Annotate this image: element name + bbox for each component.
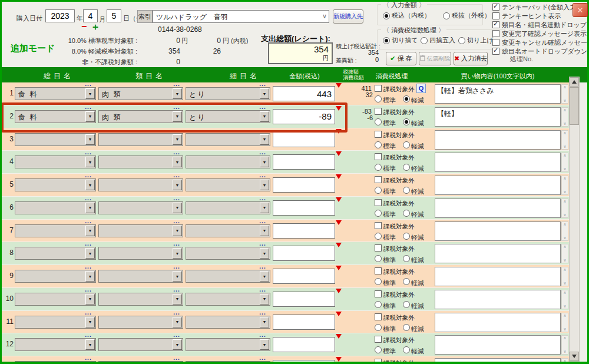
- memo-scrollbar[interactable]: ∧ ∨: [561, 313, 568, 332]
- category2-dropdown[interactable]: ▼: [98, 293, 183, 306]
- vendor-combobox[interactable]: ツルハドラッグ 音羽 ∨: [153, 10, 329, 23]
- chevron-down-icon[interactable]: ▼: [173, 111, 182, 122]
- cat2-options-button[interactable]: ...: [165, 219, 188, 224]
- arrow-down-icon[interactable]: ∨: [563, 281, 566, 286]
- cat1-options-button[interactable]: ...: [77, 82, 100, 87]
- amount-input[interactable]: [273, 269, 335, 284]
- tax-exempt-checkbox[interactable]: [375, 176, 382, 183]
- scroll-up-button[interactable]: [570, 77, 579, 87]
- save-button[interactable]: ✔ 保 存: [386, 52, 416, 65]
- delete-slip-button[interactable]: 伝票削除: [419, 52, 451, 65]
- cat3-options-button[interactable]: ...: [251, 104, 274, 110]
- cat1-options-button[interactable]: ...: [77, 150, 100, 155]
- arrow-down-icon[interactable]: ∨: [563, 236, 566, 240]
- reduced-tax-radio[interactable]: [403, 210, 410, 217]
- amount-input[interactable]: [273, 337, 335, 352]
- memo-scrollbar[interactable]: ∧ ∨: [561, 176, 568, 195]
- amount-input[interactable]: [273, 315, 335, 330]
- category1-dropdown[interactable]: ▼: [15, 178, 96, 191]
- standard-tax-radio[interactable]: [375, 278, 382, 285]
- radio-icon[interactable]: [443, 12, 450, 19]
- tax-exempt-checkbox[interactable]: [375, 153, 382, 160]
- cat3-options-button[interactable]: ...: [251, 196, 274, 201]
- tax-exempt-checkbox[interactable]: [375, 267, 382, 274]
- cat2-options-button[interactable]: ...: [165, 241, 188, 247]
- reduced-tax-radio[interactable]: [403, 141, 410, 148]
- chevron-down-icon[interactable]: ▼: [173, 203, 182, 213]
- memo-scrollbar[interactable]: ∧ ∨: [561, 290, 568, 309]
- memo-textarea[interactable]: [435, 244, 561, 263]
- cat3-options-button[interactable]: ...: [251, 332, 274, 338]
- arrow-down-icon[interactable]: ∨: [563, 167, 566, 171]
- chevron-down-icon[interactable]: ▼: [260, 294, 269, 305]
- standard-tax-radio[interactable]: [375, 255, 382, 262]
- standard-tax-radio[interactable]: [375, 95, 382, 102]
- tax-exempt-checkbox[interactable]: [375, 108, 382, 115]
- category1-dropdown[interactable]: ▼: [15, 316, 96, 329]
- radio-icon[interactable]: [383, 37, 390, 44]
- category3-dropdown[interactable]: ▼: [186, 270, 270, 283]
- chevron-down-icon[interactable]: ▼: [85, 317, 95, 327]
- amount-input[interactable]: [273, 246, 335, 261]
- reduced-tax-radio[interactable]: [403, 346, 410, 353]
- chevron-down-icon[interactable]: ▼: [173, 294, 182, 305]
- arrow-up-icon[interactable]: ∧: [563, 267, 566, 272]
- arrow-down-icon[interactable]: ∨: [563, 98, 566, 103]
- cat3-options-button[interactable]: ...: [251, 264, 274, 270]
- arrow-up-icon[interactable]: ∧: [563, 153, 566, 158]
- tax-exempt-checkbox[interactable]: [375, 244, 382, 252]
- category3-dropdown[interactable]: ▼: [186, 338, 270, 351]
- category3-dropdown[interactable]: ▼: [186, 361, 270, 362]
- tax-exempt-checkbox[interactable]: [375, 336, 382, 343]
- checkbox-icon[interactable]: [492, 12, 499, 19]
- category1-dropdown[interactable]: 食 料 ▼: [15, 87, 96, 100]
- category1-dropdown[interactable]: ▼: [15, 201, 96, 214]
- memo-scrollbar[interactable]: ∧ ∨: [561, 153, 568, 172]
- category2-dropdown[interactable]: 肉 類 ▼: [98, 87, 183, 100]
- arrow-up-icon[interactable]: ∧: [563, 176, 566, 181]
- cat1-options-button[interactable]: ...: [77, 241, 100, 247]
- chevron-down-icon[interactable]: ▼: [85, 180, 95, 190]
- arrow-up-icon[interactable]: ∧: [563, 290, 566, 295]
- category3-dropdown[interactable]: ▼: [186, 133, 270, 146]
- memo-scrollbar[interactable]: ∧ ∨: [561, 198, 568, 218]
- q-lookup-button[interactable]: Q: [416, 84, 426, 93]
- cat1-options-button[interactable]: ...: [77, 264, 100, 270]
- date-plus-button[interactable]: ＋: [91, 21, 100, 34]
- cat3-options-button[interactable]: ...: [251, 219, 274, 224]
- category2-dropdown[interactable]: ▼: [98, 338, 183, 351]
- standard-tax-radio[interactable]: [375, 187, 382, 194]
- arrow-down-icon[interactable]: ∨: [563, 121, 566, 126]
- cat2-options-button[interactable]: ...: [165, 127, 188, 133]
- category2-dropdown[interactable]: ▼: [98, 224, 183, 237]
- category3-dropdown[interactable]: ▼: [186, 155, 270, 168]
- year-input[interactable]: [45, 9, 75, 22]
- category2-dropdown[interactable]: 肉 類 ▼: [98, 110, 183, 123]
- standard-tax-radio[interactable]: [375, 324, 382, 331]
- vertical-scrollbar[interactable]: [569, 77, 580, 362]
- scrollbar-thumb[interactable]: [570, 87, 579, 125]
- chevron-down-icon[interactable]: ▼: [260, 88, 269, 99]
- arrow-down-icon[interactable]: ∨: [563, 144, 566, 149]
- chevron-down-icon[interactable]: ▼: [85, 248, 95, 259]
- option-checkbox-3[interactable]: 類目名・細目名連動ドロップダウン: [492, 21, 589, 29]
- category1-dropdown[interactable]: 食 料 ▼: [15, 110, 96, 123]
- cat2-options-button[interactable]: ...: [165, 310, 188, 316]
- memo-textarea[interactable]: [435, 313, 561, 332]
- tax-exempt-checkbox[interactable]: [375, 199, 382, 206]
- reduced-tax-radio[interactable]: [403, 255, 410, 262]
- amount-input[interactable]: [273, 292, 335, 307]
- cat1-options-button[interactable]: ...: [77, 196, 100, 201]
- category3-dropdown[interactable]: ▼: [186, 316, 270, 329]
- option-checkbox-6[interactable]: 総目名オートドロップダウン: [492, 47, 587, 55]
- option-checkbox-2[interactable]: テンキーヒント表示: [492, 12, 561, 20]
- cat3-options-button[interactable]: ...: [251, 241, 274, 247]
- standard-tax-radio[interactable]: [375, 233, 382, 240]
- chevron-down-icon[interactable]: ▼: [85, 203, 95, 213]
- category3-dropdown[interactable]: とり ▼: [186, 110, 270, 123]
- tax-exempt-checkbox[interactable]: [375, 222, 382, 229]
- amount-input[interactable]: [273, 223, 335, 239]
- memo-textarea[interactable]: [435, 267, 561, 286]
- chevron-down-icon[interactable]: ▼: [260, 203, 269, 213]
- reduced-tax-radio[interactable]: [403, 118, 410, 125]
